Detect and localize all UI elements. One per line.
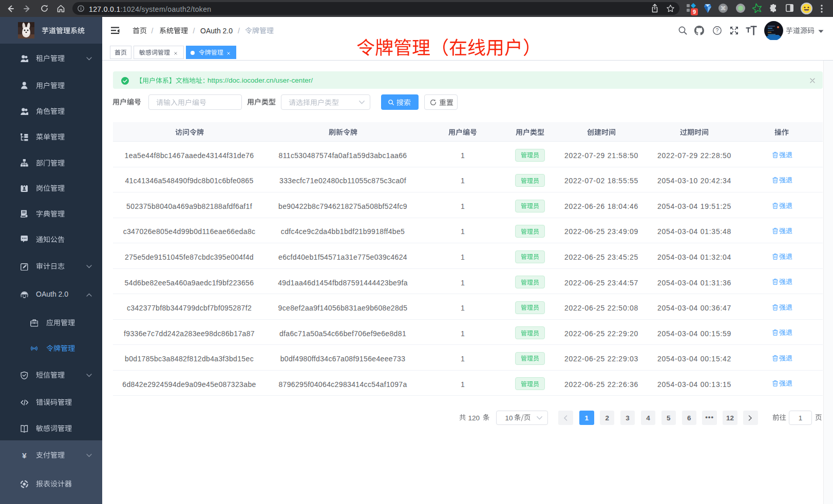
svg-text:⌘: ⌘ [721,5,726,11]
svg-text:¥: ¥ [22,452,27,459]
svg-text:?: ? [716,27,719,33]
svg-text:9: 9 [693,9,696,15]
